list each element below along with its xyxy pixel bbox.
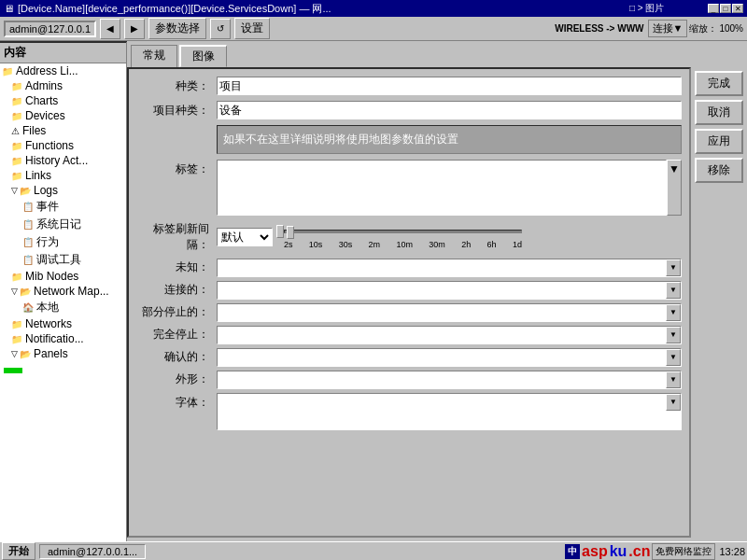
label-textarea[interactable] — [217, 160, 667, 216]
green-indicator — [4, 368, 22, 373]
cancel-button[interactable]: 取消 — [695, 100, 743, 125]
sidebar-label-functions: Functions — [25, 139, 74, 152]
expand-icon-logs: ▽ — [11, 186, 18, 195]
partial-stop-row: 部分停止的： ▼ — [133, 303, 682, 322]
content-area: 常规 图像 种类： 项目种类： — [127, 41, 747, 541]
confirmed-label: 确认的： — [133, 349, 217, 365]
appearance-select[interactable]: ▼ — [217, 371, 682, 389]
full-stop-select[interactable]: ▼ — [217, 326, 682, 344]
second-minimize[interactable]: _ — [708, 4, 719, 13]
folder-icon-admins: 📁 — [11, 81, 22, 91]
connected-select[interactable]: ▼ — [217, 281, 682, 300]
tab-bar: 常规 图像 — [127, 41, 747, 67]
sidebar-label-events: 事件 — [36, 199, 59, 215]
sidebar-item-behavior[interactable]: 📋 行为 — [0, 233, 126, 251]
second-close[interactable]: ✕ — [732, 4, 743, 13]
wireless-area: WIRELESS -> WWW 连接▼ 缩放： 100% — [555, 20, 743, 37]
slider-thumb[interactable] — [287, 226, 294, 239]
sidebar-item-panels[interactable]: ▽ 📂 Panels — [0, 346, 126, 361]
folder-icon: 📁 — [2, 66, 13, 77]
label-input-wrap: ▼ — [217, 160, 682, 216]
sidebar-label-debug: 调试工具 — [36, 252, 81, 268]
action-buttons: 完成 取消 应用 移除 — [691, 67, 747, 538]
unknown-select[interactable]: ▼ — [217, 259, 682, 277]
label-field-label: 标签： — [133, 160, 217, 177]
font-select[interactable]: ▼ — [217, 393, 682, 430]
sidebar-label-devices: Devices — [25, 109, 65, 122]
slider-track[interactable] — [284, 230, 522, 233]
sidebar-item-mib[interactable]: 📁 Mib Nodes — [0, 269, 126, 284]
tab-image[interactable]: 图像 — [179, 45, 227, 67]
unknown-label: 未知： — [133, 259, 217, 275]
sidebar-label-behavior: 行为 — [36, 234, 59, 250]
folder-icon-networkmap: 📂 — [20, 287, 31, 297]
home-icon-local: 🏠 — [22, 302, 34, 313]
confirmed-dropdown-btn[interactable]: ▼ — [666, 349, 681, 366]
sidebar-item-notifications[interactable]: 📁 Notificatio... — [0, 331, 126, 346]
unknown-dropdown-btn[interactable]: ▼ — [666, 259, 681, 276]
sidebar-label-links: Links — [25, 169, 51, 182]
sidebar-label-files: Files — [22, 124, 46, 137]
remove-button[interactable]: 移除 — [695, 158, 743, 183]
title-bar-left: 🖥 [Device.Name][device_performance()][De… — [4, 2, 331, 16]
settings-button[interactable]: 设置 — [234, 18, 270, 39]
note-icon-syslog: 📋 — [22, 219, 34, 230]
font-dropdown-btn[interactable]: ▼ — [666, 394, 681, 411]
sidebar-item-functions[interactable]: 📁 Functions — [0, 138, 126, 153]
connected-dropdown-btn[interactable]: ▼ — [666, 282, 681, 299]
sidebar-item-devices[interactable]: 📁 Devices — [0, 108, 126, 123]
sidebar-item-logs[interactable]: ▽ 📂 Logs — [0, 183, 126, 198]
apply-button[interactable]: 应用 — [695, 129, 743, 154]
params-button[interactable]: 参数选择 — [148, 18, 206, 39]
full-stop-dropdown-btn[interactable]: ▼ — [666, 327, 681, 343]
folder-icon-networks: 📁 — [11, 319, 22, 329]
kind-input[interactable] — [217, 77, 682, 95]
font-label: 字体： — [133, 393, 217, 411]
refresh-select[interactable]: 默认 — [217, 228, 273, 246]
brand-text2: ku — [610, 543, 627, 560]
watermark-area: 中 aspku.cn 免费网络监控 — [565, 543, 715, 560]
sidebar-item-debug[interactable]: 📋 调试工具 — [0, 251, 126, 269]
sidebar-item-address[interactable]: 📁 Address Li... — [0, 63, 126, 78]
taskbar-item-admin[interactable]: admin@127.0.0.1... — [39, 544, 146, 559]
sidebar-label-address: Address Li... — [16, 64, 78, 77]
app-icon: 🖥 — [4, 3, 14, 14]
zoom-label: 缩放： — [689, 22, 717, 35]
sidebar-item-files[interactable]: ⚠ Files — [0, 123, 126, 138]
sidebar-item-charts[interactable]: 📁 Charts — [0, 93, 126, 108]
complete-button[interactable]: 完成 — [695, 71, 743, 96]
item-kind-input[interactable] — [217, 101, 682, 119]
watermark-icon: 中 — [565, 544, 580, 559]
main-window-title: [Device.Name][device_performance()][Devi… — [18, 2, 331, 16]
sidebar-item-syslog[interactable]: 📋 系统日记 — [0, 216, 126, 233]
expand-icon-panels: ▽ — [11, 349, 18, 358]
free-text: 免费网络监控 — [652, 543, 715, 560]
sidebar-item-links[interactable]: 📁 Links — [0, 168, 126, 183]
second-maximize[interactable]: □ — [720, 4, 731, 13]
sidebar-label-history: History Act... — [25, 154, 88, 167]
connect-dropdown[interactable]: 连接▼ — [648, 20, 688, 37]
warning-icon-files: ⚠ — [11, 126, 20, 136]
sidebar-item-networks[interactable]: 📁 Networks — [0, 316, 126, 331]
confirmed-select[interactable]: ▼ — [217, 348, 682, 367]
slider-tick-labels: 2s 10s 30s 2m 10m 30m 2h 6h 1d — [284, 240, 522, 249]
forward-button[interactable]: ▶ — [124, 19, 145, 39]
sidebar-item-local[interactable]: 🏠 本地 — [0, 299, 126, 316]
back-button[interactable]: ◀ — [100, 19, 120, 39]
taskbar-time: 13:28 — [719, 546, 745, 557]
sidebar-label-admins: Admins — [25, 79, 63, 92]
connected-row: 连接的： ▼ — [133, 281, 682, 300]
appearance-dropdown-btn[interactable]: ▼ — [666, 371, 681, 388]
label-dropdown-arrow[interactable]: ▼ — [667, 160, 682, 216]
partial-stop-dropdown-btn[interactable]: ▼ — [666, 304, 681, 321]
sidebar-item-history[interactable]: 📁 History Act... — [0, 153, 126, 168]
sidebar-label-local: 本地 — [36, 300, 59, 315]
partial-stop-select[interactable]: ▼ — [217, 303, 682, 322]
folder-icon-links: 📁 — [11, 171, 22, 181]
refresh-button[interactable]: ↺ — [210, 19, 231, 39]
sidebar-item-networkmap[interactable]: ▽ 📂 Network Map... — [0, 284, 126, 299]
sidebar-item-events[interactable]: 📋 事件 — [0, 198, 126, 216]
tab-normal[interactable]: 常规 — [131, 45, 177, 67]
start-button[interactable]: 开始 — [2, 542, 35, 560]
sidebar-item-admins[interactable]: 📁 Admins — [0, 78, 126, 93]
